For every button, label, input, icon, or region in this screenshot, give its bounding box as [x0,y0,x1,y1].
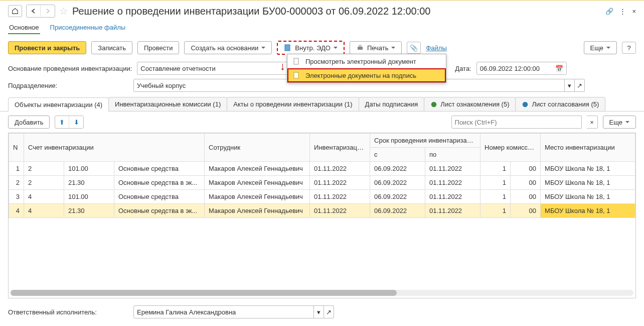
table-row[interactable]: 4421.30Основные средства в эк...Макаров … [9,204,635,218]
dropdown-view-doc[interactable]: Просмотреть электронный документ [287,54,446,68]
dept-label: Подразделение: [8,82,128,89]
svg-rect-0 [285,45,290,51]
more-icon[interactable]: ⋮ [619,8,626,15]
basis-label: Основание проведения инвентаризации: [8,65,132,72]
svg-point-5 [431,101,437,107]
document-icon [292,57,300,65]
dept-dropdown[interactable]: ▾ [565,79,575,92]
nav-history [26,5,55,18]
calendar-icon[interactable]: 📅 [555,65,563,72]
table-row[interactable]: 12101.00Основные средстваМакаров Алексей… [9,162,635,176]
date-label: Дата: [455,65,471,72]
h-scrollbar[interactable] [11,290,633,296]
add-button[interactable]: Добавить [8,116,50,129]
print-button[interactable]: Печать [350,41,402,54]
col-n[interactable]: N [9,134,24,162]
check-icon [522,101,529,108]
col-account[interactable]: Счет инвентаризации [24,134,205,162]
tab-sign-dates[interactable]: Даты подписания [359,97,425,111]
help-button[interactable]: ? [622,42,636,54]
post-close-button[interactable]: Провести и закрыть [8,41,86,54]
tab-objects[interactable]: Объекты инвентаризации (4) [8,97,109,112]
col-from[interactable]: с [370,148,425,162]
col-commission[interactable]: Номер комиссии / рабочей комиссии [480,134,541,162]
table-row[interactable]: 2221.30Основные средства в эк...Макаров … [9,176,635,190]
grid-more-button[interactable]: Еще [603,116,636,129]
nav-tab-attached[interactable]: Присоединенные файлы [49,22,127,34]
dropdown-sign-doc[interactable]: Электронные документы на подпись [287,68,446,82]
create-based-button[interactable]: Создать на основании [184,41,272,54]
home-button[interactable] [8,5,22,17]
search-clear[interactable]: × [587,116,598,129]
edo-icon [284,44,292,52]
svg-rect-4 [294,72,298,78]
tab-commissions[interactable]: Инвентаризационные комиссии (1) [108,97,227,111]
responsible-dropdown[interactable]: ▾ [314,305,324,318]
col-to[interactable]: по [425,148,480,162]
clip-icon: 📎 [410,44,418,52]
attach-button[interactable]: 📎 [407,42,421,54]
callout-arrow: ↓ [280,60,285,73]
printer-icon [356,44,364,52]
link-icon[interactable]: 🔗 [605,8,613,15]
col-employee[interactable]: Сотрудник [205,134,310,162]
tab-acts[interactable]: Акты о проведении инвентаризации (1) [227,97,359,111]
nav-tab-main[interactable]: Основное [8,22,40,34]
responsible-label: Ответственный исполнитель: [8,308,128,316]
col-period[interactable]: Срок проведения инвентаризации [370,134,480,148]
save-button[interactable]: Записать [91,41,132,54]
responsible-input[interactable] [133,305,314,318]
search-input[interactable] [451,116,582,129]
edo-button[interactable]: Внутр. ЭДО [277,41,345,55]
svg-rect-1 [358,47,363,50]
post-button[interactable]: Провести [137,41,180,54]
scroll-thumb[interactable] [11,290,397,296]
grid: N Счет инвентаризации Сотрудник Инвентар… [8,133,636,298]
svg-point-6 [523,101,528,107]
move-down-button[interactable]: ⬇ [69,116,83,128]
forward-button[interactable] [41,5,55,17]
window-title: Решение о проведении инвентаризации БУ00… [72,6,601,17]
col-inv-date[interactable]: Инвентаризация по состоянию на [310,134,370,162]
more-button[interactable]: Еще [584,41,617,54]
move-up-button[interactable]: ⬆ [55,116,69,128]
svg-rect-3 [294,58,298,64]
tab-ack-sheet[interactable]: Лист ознакомления (5) [424,97,516,111]
responsible-open[interactable]: ↗ [324,305,334,318]
favorite-icon[interactable]: ☆ [59,5,68,17]
dept-open[interactable]: ↗ [575,79,585,92]
files-link[interactable]: Файлы [426,44,446,52]
col-place[interactable]: Место инвентаризации [541,134,635,162]
date-input[interactable]: 06.09.2022 12:00:00 📅 [476,62,567,75]
tab-approval-sheet[interactable]: Лист согласования (5) [515,97,605,111]
edo-dropdown: Просмотреть электронный документ Электро… [287,54,446,83]
document-sign-icon [292,71,300,79]
svg-rect-2 [359,45,362,47]
back-button[interactable] [27,5,41,17]
table-row[interactable]: 34101.00Основные средстваМакаров Алексей… [9,190,635,204]
check-icon [430,101,437,108]
close-icon[interactable]: × [632,8,636,15]
